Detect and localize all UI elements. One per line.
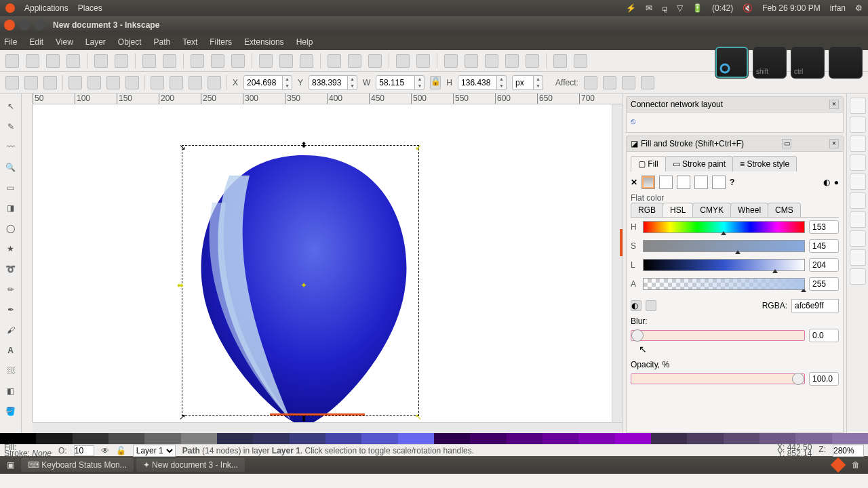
panel-min-icon[interactable]: ▭ [782,139,791,148]
save-button[interactable] [46,54,60,68]
ungroup-button[interactable] [416,54,430,68]
color-wheel-button[interactable] [646,300,656,311]
maximize-button[interactable] [34,20,45,30]
affect-gradient-button[interactable] [622,76,635,89]
print-button[interactable] [66,54,80,68]
colortab-cms[interactable]: CMS [768,203,801,217]
tweak-tool[interactable]: 〰 [1,138,20,157]
colortab-cmyk[interactable]: CMYK [692,203,731,217]
affect-corners-button[interactable] [603,76,616,89]
sat-slider[interactable] [643,240,805,252]
trash-icon[interactable]: 🗑 [846,460,865,470]
linear-gradient-button[interactable] [659,176,673,189]
fill-rule-nonzero[interactable]: ● [834,178,839,187]
panel-close-icon[interactable]: × [829,100,839,109]
color-palette[interactable] [0,433,868,444]
fill-rule-evenodd[interactable]: ◐ [823,178,830,187]
select-all-button[interactable] [5,76,19,89]
panel-close-icon[interactable]: × [829,139,839,148]
eraser-tool[interactable]: ◧ [1,382,20,401]
lig-slider[interactable] [643,259,805,271]
no-paint-button[interactable]: ✕ [631,178,637,187]
applications-menu[interactable]: Applications [24,3,68,13]
layer-visible-icon[interactable]: 👁 [101,446,109,455]
handle-n[interactable]: ⬍ [300,140,307,147]
canvas[interactable]: ↘ ⬍ ↙ ⬌ ✦ ↗ ⬍ ↖ [33,104,612,422]
rotate-ccw-button[interactable] [68,76,82,89]
text-tool[interactable]: A [1,341,20,360]
transform-button[interactable] [526,54,539,68]
select-layers-button[interactable] [24,76,38,89]
vertical-scrollbar[interactable] [612,104,623,422]
redo-button[interactable] [163,54,176,68]
handle-center[interactable]: ✦ [300,281,307,287]
colortab-rgb[interactable]: RGB [631,203,663,217]
connector-icon[interactable]: ⎋ [631,117,635,126]
zoom-drawing-button[interactable] [279,54,293,68]
colortab-hsl[interactable]: HSL [663,203,693,217]
selector-tool[interactable]: ↖ [1,97,20,116]
export-button[interactable] [115,54,128,68]
pattern-button[interactable] [694,176,708,189]
docprops-button[interactable] [574,54,587,68]
tab-stroke-style[interactable]: ≡ Stroke style [732,156,797,171]
prefs-button[interactable] [553,54,567,68]
mail-icon[interactable]: ✉ [646,3,652,13]
raise-top-button[interactable] [151,76,164,89]
h-input[interactable]: ▲▼ [458,75,507,90]
clone-button[interactable] [348,54,361,68]
connector-panel-header[interactable]: Connector network layout × [626,96,844,113]
handle-w[interactable]: ⬌ [177,281,184,287]
menu-extensions[interactable]: Extensions [244,37,284,47]
minimize-button[interactable] [19,20,30,30]
star-tool[interactable]: ★ [1,239,20,258]
xml-button[interactable] [485,54,498,68]
user-menu[interactable]: irfan [830,3,846,13]
w-input[interactable]: ▲▼ [376,75,425,90]
snap-midpoints[interactable] [850,211,866,228]
menu-view[interactable]: View [56,37,73,47]
flip-h-button[interactable] [106,76,120,89]
duplicate-button[interactable] [328,54,341,68]
snap-intersect[interactable] [850,174,866,190]
power-icon[interactable]: ⚡ [626,3,636,13]
lock-aspect-button[interactable]: 🔒 [430,76,441,89]
places-menu[interactable]: Places [78,3,102,13]
unlink-clone-button[interactable] [368,54,382,68]
import-button[interactable] [94,54,108,68]
fillstroke-panel-header[interactable]: ◪ Fill and Stroke (Shift+Ctrl+F) ▭ × [626,136,844,152]
menu-text[interactable]: Text [182,37,197,47]
spiral-tool[interactable]: ➰ [1,260,20,279]
x-input[interactable]: ▲▼ [243,75,292,90]
align-button[interactable] [505,54,519,68]
affect-scale-stroke-button[interactable] [584,76,597,89]
hue-input[interactable] [809,220,839,234]
zoom-selection-button[interactable] [259,54,273,68]
show-desktop-icon[interactable]: ▣ [3,460,18,470]
spray-tool[interactable]: ⛆ [1,361,20,380]
lower-bottom-button[interactable] [208,76,221,89]
rgba-input[interactable] [791,299,839,312]
affect-pattern-button[interactable] [641,76,654,89]
volume-icon[interactable]: 🔇 [743,3,753,13]
colortab-wheel[interactable]: Wheel [730,203,768,217]
flat-color-button[interactable] [642,176,655,189]
bucket-tool[interactable]: 🪣 [1,402,20,421]
bezier-tool[interactable]: ✒ [1,300,20,319]
pencil-tool[interactable]: ✏ [1,280,20,299]
calligraphy-tool[interactable]: 🖌 [1,321,20,340]
hue-slider[interactable] [643,221,805,233]
snap-centers[interactable] [850,192,866,209]
sat-input[interactable] [809,239,839,253]
undo-button[interactable] [142,54,156,68]
fill-stroke-button[interactable] [444,54,458,68]
menu-path[interactable]: Path [154,37,171,47]
snap-bbox[interactable] [850,117,866,133]
snap-page[interactable] [850,268,866,285]
clock[interactable]: Feb 26 9:00 PM [762,3,820,13]
alpha-input[interactable] [809,277,839,291]
task-inkscape[interactable]: ✦ New document 3 - Ink... [136,458,245,472]
copy-button[interactable] [191,54,204,68]
new-doc-button[interactable] [5,54,19,68]
zoom-input[interactable] [833,445,864,457]
